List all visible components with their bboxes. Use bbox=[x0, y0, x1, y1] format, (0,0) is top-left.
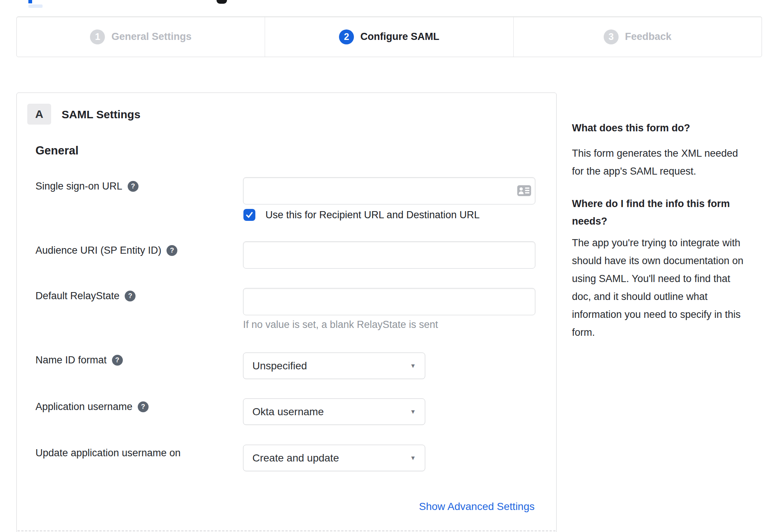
update-username-label: Update application username on bbox=[35, 447, 181, 459]
step-1-label: General Settings bbox=[111, 31, 192, 43]
application-username-label: Application username bbox=[35, 401, 133, 413]
saml-settings-card: A SAML Settings General Single sign-on U… bbox=[16, 93, 557, 532]
update-username-label-row: Update application username on bbox=[35, 447, 181, 459]
chevron-down-icon: ▼ bbox=[410, 455, 416, 461]
help-question-2-title: Where do I find the info this form needs… bbox=[572, 195, 760, 230]
help-question-1-body: This form generates the XML needed for t… bbox=[572, 144, 760, 180]
step-3-label: Feedback bbox=[625, 31, 672, 43]
relay-state-label: Default RelayState bbox=[35, 290, 119, 302]
relay-state-help-icon[interactable]: ? bbox=[125, 291, 136, 301]
sso-url-help-icon[interactable]: ? bbox=[128, 181, 139, 192]
name-id-format-value: Unspecified bbox=[252, 360, 307, 372]
relay-state-label-row: Default RelayState ? bbox=[35, 290, 136, 302]
audience-uri-help-icon[interactable]: ? bbox=[167, 245, 177, 256]
checkmark-icon bbox=[245, 210, 254, 219]
name-id-format-select[interactable]: Unspecified ▼ bbox=[243, 353, 425, 379]
application-username-select[interactable]: Okta username ▼ bbox=[243, 398, 425, 425]
audience-uri-input[interactable] bbox=[243, 241, 535, 269]
wizard-stepper: 1 General Settings 2 Configure SAML 3 Fe… bbox=[16, 16, 762, 57]
relay-state-helper-text: If no value is set, a blank RelayState i… bbox=[243, 318, 438, 331]
general-group-title: General bbox=[35, 144, 78, 158]
step-general-settings[interactable]: 1 General Settings bbox=[17, 17, 265, 57]
contact-card-icon bbox=[517, 185, 531, 196]
application-username-label-row: Application username ? bbox=[35, 401, 149, 413]
update-username-select[interactable]: Create and update ▼ bbox=[243, 445, 425, 471]
name-id-format-help-icon[interactable]: ? bbox=[112, 355, 123, 366]
step-1-number-badge: 1 bbox=[90, 29, 105, 44]
name-id-format-label: Name ID format bbox=[35, 354, 107, 366]
show-advanced-settings-link[interactable]: Show Advanced Settings bbox=[419, 500, 535, 513]
step-2-number-badge: 2 bbox=[339, 29, 354, 44]
step-configure-saml[interactable]: 2 Configure SAML bbox=[265, 17, 513, 57]
cutoff-blue-mark bbox=[28, 0, 32, 3]
cutoff-black-icon bbox=[217, 0, 227, 4]
help-question-2-body: The app you're trying to integrate with … bbox=[572, 234, 760, 341]
recipient-destination-checkbox[interactable] bbox=[243, 209, 255, 221]
step-feedback[interactable]: 3 Feedback bbox=[513, 17, 762, 57]
section-title: SAML Settings bbox=[62, 108, 140, 121]
chevron-down-icon: ▼ bbox=[410, 363, 416, 369]
audience-uri-label: Audience URI (SP Entity ID) bbox=[35, 244, 161, 256]
step-2-label: Configure SAML bbox=[360, 31, 439, 43]
sso-url-label-row: Single sign-on URL ? bbox=[35, 180, 139, 192]
application-username-help-icon[interactable]: ? bbox=[138, 401, 149, 412]
help-panel: What does this form do? This form genera… bbox=[572, 119, 760, 356]
section-dashed-divider bbox=[18, 531, 556, 531]
relay-state-input[interactable] bbox=[243, 288, 535, 315]
name-id-format-label-row: Name ID format ? bbox=[35, 354, 123, 366]
section-a-badge: A bbox=[27, 104, 51, 125]
update-username-value: Create and update bbox=[252, 452, 339, 464]
chevron-down-icon: ▼ bbox=[410, 409, 416, 415]
sso-url-label: Single sign-on URL bbox=[35, 180, 122, 192]
application-username-value: Okta username bbox=[252, 406, 324, 418]
recipient-destination-checkbox-label: Use this for Recipient URL and Destinati… bbox=[265, 208, 480, 222]
audience-uri-label-row: Audience URI (SP Entity ID) ? bbox=[35, 244, 177, 256]
cutoff-blue-faint-mark bbox=[28, 4, 43, 8]
step-3-number-badge: 3 bbox=[604, 29, 619, 44]
help-question-1-title: What does this form do? bbox=[572, 119, 760, 137]
sso-url-input[interactable] bbox=[243, 177, 535, 204]
